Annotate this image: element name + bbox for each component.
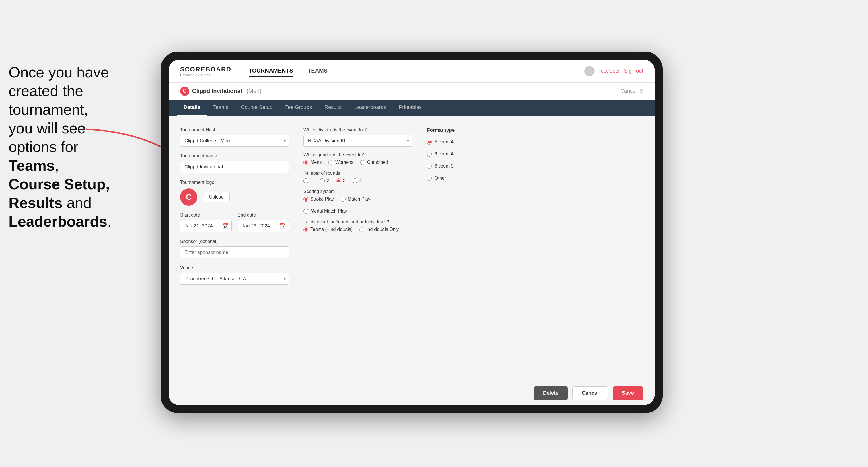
tab-tee-groups[interactable]: Tee Groups	[279, 100, 318, 116]
upload-button[interactable]: Upload	[203, 192, 230, 202]
top-nav: SCOREBOARD Powered by clippd TOURNAMENTS…	[169, 60, 655, 83]
round-4[interactable]: 4	[352, 178, 362, 183]
tab-details[interactable]: Details	[177, 100, 207, 116]
gender-womens-radio[interactable]	[329, 160, 333, 165]
teams-plus-individuals[interactable]: Teams (+Individuals)	[304, 227, 352, 232]
start-date-group: Start date 📅	[180, 213, 232, 232]
start-date-calendar-icon: 📅	[222, 223, 228, 229]
venue-input-wrap: Peachtree GC - Atlanta - GA ▾	[180, 273, 289, 285]
round-1[interactable]: 1	[304, 178, 313, 183]
scoring-match-radio[interactable]	[341, 197, 346, 201]
course-setup-bold: Course Setup,	[9, 176, 110, 192]
start-date-wrap: 📅	[180, 220, 232, 232]
format-type-label: Format type	[427, 127, 507, 133]
sponsor-input[interactable]	[180, 246, 289, 258]
tournament-gender: (Men)	[246, 88, 261, 94]
logo-area: SCOREBOARD Powered by clippd	[180, 66, 231, 76]
tab-teams[interactable]: Teams	[207, 100, 235, 116]
tab-printables[interactable]: Printables	[393, 100, 428, 116]
delete-button[interactable]: Delete	[534, 386, 568, 400]
gender-combined-radio[interactable]	[360, 160, 365, 165]
teams-plus-individuals-label: Teams (+Individuals)	[310, 227, 352, 232]
format-other[interactable]: Other	[427, 176, 507, 181]
format-other-label: Other	[435, 176, 446, 181]
tablet-device: SCOREBOARD Powered by clippd TOURNAMENTS…	[161, 52, 662, 413]
venue-label: Venue	[180, 266, 289, 271]
gender-combined[interactable]: Combined	[360, 160, 388, 165]
leaderboards-bold: Leaderboards	[9, 213, 107, 230]
intro-text: Once you havecreated thetournament,you w…	[0, 57, 132, 237]
individuals-only-radio[interactable]	[360, 227, 364, 232]
avatar	[584, 66, 595, 76]
round-1-radio[interactable]	[304, 179, 308, 183]
logo-preview: C	[180, 188, 197, 206]
gender-womens[interactable]: Womens	[329, 160, 353, 165]
tournament-host-input-wrap: Clippd College - Men ▾	[180, 135, 289, 147]
gender-mens[interactable]: Mens	[304, 160, 321, 165]
cancel-tournament-button[interactable]: Cancel X	[619, 88, 643, 94]
end-date-group: End date 📅	[238, 213, 289, 232]
individuals-only[interactable]: Individuals Only	[360, 227, 399, 232]
user-sign-out[interactable]: Test User | Sign out	[598, 68, 643, 74]
scoring-stroke-radio[interactable]	[304, 197, 308, 201]
gender-label: Which gender is the event for?	[304, 152, 412, 157]
tab-leaderboards[interactable]: Leaderboards	[348, 100, 393, 116]
venue-select[interactable]: Peachtree GC - Atlanta - GA	[180, 273, 289, 285]
scoring-medal-label: Medal Match Play	[310, 209, 347, 214]
format-other-radio[interactable]	[427, 176, 432, 181]
format-6count5-label: 6 count 5	[435, 163, 454, 169]
sponsor-label: Sponsor (optional)	[180, 239, 289, 244]
individuals-only-label: Individuals Only	[366, 227, 399, 232]
logo-upload-row: C Upload	[180, 188, 289, 206]
round-3-radio[interactable]	[336, 179, 341, 183]
teams-label: Is this event for Teams and/or Individua…	[304, 219, 412, 225]
middle-column: Which division is the event for? NCAA Di…	[304, 127, 412, 370]
format-5count4[interactable]: 5 count 4	[427, 139, 507, 145]
main-content: Tournament Host Clippd College - Men ▾ T…	[169, 116, 655, 381]
dates-row: Start date 📅 End date 📅	[180, 213, 289, 232]
scoring-match[interactable]: Match Play	[341, 196, 370, 201]
teams-plus-individuals-radio[interactable]	[304, 227, 308, 232]
round-2[interactable]: 2	[320, 178, 329, 183]
format-5count4-radio[interactable]	[427, 140, 432, 145]
tournament-logo-label: Tournament logo	[180, 180, 289, 185]
logo-subtitle: Powered by clippd	[180, 73, 231, 76]
round-2-radio[interactable]	[320, 179, 325, 183]
sponsor-group: Sponsor (optional)	[180, 239, 289, 258]
nav-tournaments[interactable]: TOURNAMENTS	[249, 65, 293, 77]
format-6count4[interactable]: 6 count 4	[427, 152, 507, 157]
rounds-label: Number of rounds	[304, 171, 412, 176]
gender-mens-label: Mens	[310, 160, 321, 165]
user-area: Test User | Sign out	[584, 66, 643, 76]
scoring-stroke-label: Stroke Play	[310, 196, 334, 201]
tournament-name-header: Clippd Invitational	[192, 88, 242, 94]
nav-teams[interactable]: TEAMS	[308, 65, 328, 77]
round-2-label: 2	[327, 178, 329, 183]
format-6count5-radio[interactable]	[427, 164, 432, 169]
tournament-host-select[interactable]: Clippd College - Men	[180, 135, 289, 147]
scoring-medal[interactable]: Medal Match Play	[304, 209, 347, 214]
division-select[interactable]: NCAA Division III	[304, 135, 412, 147]
end-date-wrap: 📅	[238, 220, 289, 232]
tab-course-setup[interactable]: Course Setup	[235, 100, 279, 116]
gender-mens-radio[interactable]	[304, 160, 308, 165]
division-label: Which division is the event for?	[304, 127, 412, 132]
scoring-stroke[interactable]: Stroke Play	[304, 196, 334, 201]
format-6count5[interactable]: 6 count 5	[427, 163, 507, 169]
save-button[interactable]: Save	[613, 386, 643, 400]
scoring-match-label: Match Play	[348, 196, 370, 201]
round-4-radio[interactable]	[352, 179, 358, 183]
teams-radio-group: Teams (+Individuals) Individuals Only	[304, 227, 412, 232]
tournament-logo-circle: C	[180, 87, 189, 96]
scoring-medal-radio[interactable]	[304, 209, 308, 214]
format-6count4-radio[interactable]	[427, 152, 432, 157]
tournament-logo-group: Tournament logo C Upload	[180, 180, 289, 206]
end-date-calendar-icon: 📅	[279, 223, 286, 229]
round-3[interactable]: 3	[336, 178, 346, 183]
scoring-group: Scoring system Stroke Play Match Play	[304, 189, 412, 214]
tournament-title: C Clippd Invitational (Men)	[180, 87, 261, 96]
tournament-name-input[interactable]	[180, 161, 289, 173]
tab-results[interactable]: Results	[318, 100, 348, 116]
cancel-button[interactable]: Cancel	[572, 386, 608, 400]
bottom-bar: Delete Cancel Save	[169, 381, 655, 405]
